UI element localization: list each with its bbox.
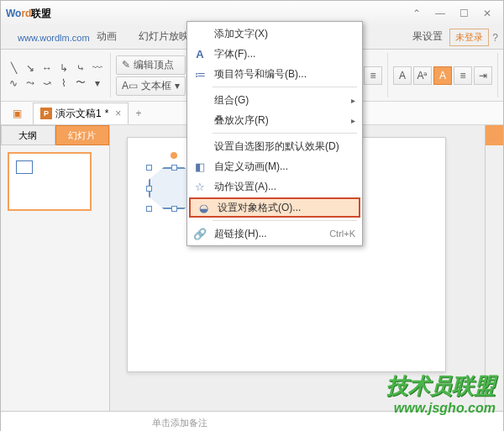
- maximize-button[interactable]: ☐: [453, 5, 475, 22]
- menu-custom-animation[interactable]: ◧ 自定义动画(M)...: [187, 156, 362, 176]
- lines-gallery[interactable]: ╲ ↘ ↔ ↳ ⤷ 〰 ∿ ⤳ ⤻ ⌇ 〜 ▾: [6, 53, 111, 97]
- home-icon[interactable]: ▣: [8, 104, 26, 123]
- menu-add-text[interactable]: 添加文字(X): [187, 24, 362, 44]
- watermark-text: 技术员联盟: [386, 371, 496, 401]
- close-tab-icon[interactable]: ×: [115, 108, 121, 119]
- action-icon: ☆: [192, 179, 207, 194]
- menu-shortcut: Ctrl+K: [329, 229, 355, 239]
- rotate-handle[interactable]: [171, 152, 177, 159]
- blank-icon: [192, 92, 207, 108]
- freeform-icon[interactable]: ⌇: [56, 76, 71, 90]
- curve-icon[interactable]: 〰: [90, 61, 105, 75]
- format-group: A Aᵃ A ≡ ⇥: [393, 53, 498, 97]
- menu-hyperlink[interactable]: 🔗 超链接(H)... Ctrl+K: [187, 223, 362, 244]
- align-icon[interactable]: ≡: [454, 66, 472, 85]
- thumbnails: 1: [1, 145, 109, 218]
- login-link[interactable]: 未登录: [449, 29, 489, 46]
- doc-modified-indicator: *: [105, 108, 109, 119]
- blank-icon: [192, 113, 207, 128]
- indent-icon[interactable]: ⇥: [474, 66, 492, 85]
- tab-effect-settings[interactable]: 果设置: [409, 26, 446, 49]
- menu-order[interactable]: 叠放次序(R) ▸: [187, 110, 362, 130]
- edit-vertex-button[interactable]: ✎编辑顶点: [116, 55, 186, 75]
- menu-separator: [213, 220, 357, 221]
- format-icon: ◒: [196, 200, 211, 215]
- line-icon[interactable]: ╲: [6, 61, 21, 75]
- textbox-icon: A▭: [122, 80, 138, 92]
- hyperlink-icon: 🔗: [192, 226, 207, 241]
- doc-tab-presentation1[interactable]: P 演示文稿1 * ×: [33, 102, 129, 124]
- side-panel: 大纲 幻灯片 1: [1, 125, 110, 411]
- double-arrow-icon[interactable]: ↔: [39, 61, 55, 75]
- watermark: 技术员联盟 www.jsgho.com: [386, 371, 496, 416]
- connector-icon[interactable]: ⤳: [23, 76, 38, 90]
- more-lines-icon[interactable]: ▾: [90, 76, 105, 90]
- slide-thumbnail-1[interactable]: [8, 152, 92, 211]
- curve2-icon[interactable]: ∿: [6, 76, 21, 90]
- edit-group: ✎编辑顶点 A▭文本框▾: [116, 53, 192, 97]
- dropdown-icon: ▾: [175, 80, 180, 92]
- resize-handle[interactable]: [146, 186, 152, 192]
- resize-handle[interactable]: [171, 206, 177, 212]
- list-icon[interactable]: ≡: [364, 66, 382, 85]
- connector2-icon[interactable]: ⤻: [39, 76, 55, 90]
- window-controls: ⌃ — ☐ ✕: [406, 5, 498, 22]
- menu-format-object[interactable]: ◒ 设置对象格式(O)...: [189, 197, 360, 218]
- menu-bullets[interactable]: ≔ 项目符号和编号(B)...: [187, 64, 362, 84]
- context-menu: 添加文字(X) A 字体(F)... ≔ 项目符号和编号(B)... 组合(G)…: [186, 21, 363, 246]
- app-logo: Word联盟: [6, 7, 51, 21]
- close-button[interactable]: ✕: [476, 5, 498, 22]
- blank-icon: [192, 26, 207, 41]
- menu-action-settings[interactable]: ☆ 动作设置(A)...: [187, 176, 362, 197]
- tab-slides[interactable]: 幻灯片: [55, 125, 110, 145]
- menu-group[interactable]: 组合(G) ▸: [187, 90, 362, 110]
- pencil-icon: ✎: [122, 59, 130, 71]
- elbow-icon[interactable]: ↳: [56, 61, 71, 75]
- submenu-arrow-icon: ▸: [351, 116, 355, 125]
- tab-outline[interactable]: 大纲: [1, 125, 55, 145]
- elbow-arrow-icon[interactable]: ⤷: [73, 61, 88, 75]
- superscript-icon[interactable]: Aᵃ: [413, 66, 432, 85]
- new-tab-icon[interactable]: +: [135, 108, 141, 119]
- arrow-icon[interactable]: ↘: [23, 61, 38, 75]
- text-color-icon[interactable]: A: [393, 66, 412, 85]
- menu-separator: [213, 87, 357, 87]
- menu-font[interactable]: A 字体(F)...: [187, 44, 362, 64]
- animation-icon: ◧: [192, 159, 207, 174]
- menu-separator: [213, 133, 357, 134]
- slide-number: 1: [0, 154, 1, 163]
- watermark-url: www.jsgho.com: [386, 401, 496, 416]
- tab-animation[interactable]: 动画: [93, 26, 120, 49]
- right-sidebar: [485, 125, 503, 411]
- help-icon[interactable]: ?: [492, 32, 498, 44]
- presentation-icon: P: [40, 108, 52, 119]
- blank-icon: [192, 139, 207, 154]
- menu-default-effect[interactable]: 设置自选图形的默认效果(D): [187, 136, 362, 156]
- font-icon: A: [192, 46, 207, 61]
- submenu-arrow-icon: ▸: [351, 96, 355, 105]
- minimize-button[interactable]: —: [429, 5, 451, 22]
- doc-tab-label: 演示文稿1: [55, 107, 102, 121]
- highlight-icon[interactable]: A: [433, 66, 452, 85]
- bullets-icon: ≔: [192, 66, 207, 81]
- textbox-button[interactable]: A▭文本框▾: [116, 76, 186, 96]
- resize-handle[interactable]: [146, 206, 152, 212]
- resize-handle[interactable]: [171, 165, 177, 171]
- watermark-url: www.wordlm.com: [18, 33, 90, 43]
- tab-slideshow[interactable]: 幻灯片放映: [135, 26, 192, 49]
- thumb-shape: [16, 160, 33, 174]
- sidebar-toggle[interactable]: [486, 125, 503, 145]
- ribbon-toggle-icon[interactable]: ⌃: [406, 5, 428, 22]
- resize-handle[interactable]: [146, 165, 152, 171]
- logo-text: Word联盟: [6, 7, 51, 21]
- scribble-icon[interactable]: 〜: [73, 76, 88, 90]
